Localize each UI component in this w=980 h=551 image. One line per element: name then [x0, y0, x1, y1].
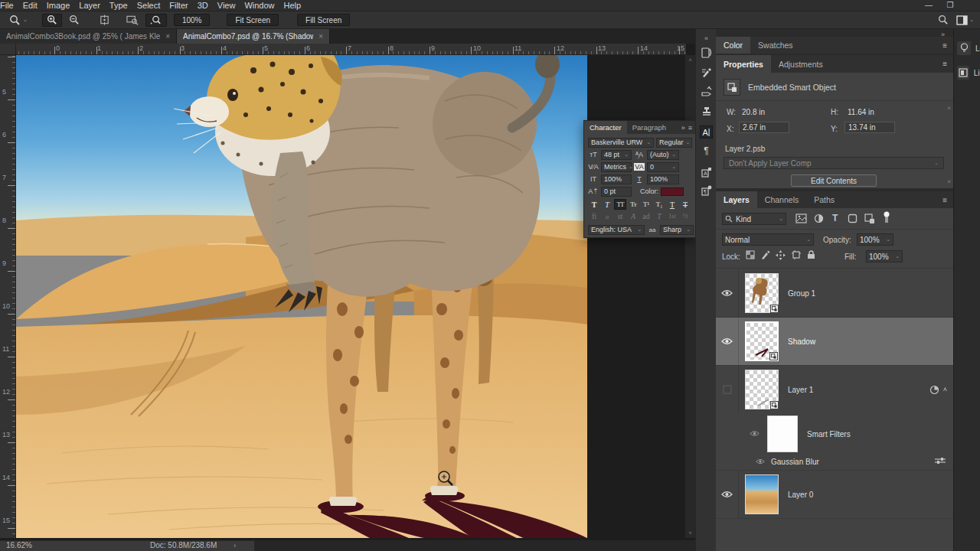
visibility-toggle[interactable] [716, 471, 739, 518]
menu-type[interactable]: Type [105, 1, 132, 10]
zoom-tool-icon[interactable]: ⌄ [5, 14, 32, 27]
menu-view[interactable]: View [213, 1, 240, 10]
underline-button[interactable]: T [666, 199, 678, 210]
tab-character[interactable]: Character [584, 121, 627, 134]
ot-titling-button[interactable]: T [653, 210, 665, 221]
expand-panels-icon[interactable]: « [700, 31, 713, 44]
scrubby-zoom-icon[interactable] [145, 14, 167, 27]
kerning-select[interactable]: Metrics⌄ [601, 162, 632, 172]
fit-screen-button[interactable]: Fit Screen [227, 14, 279, 26]
visibility-toggle[interactable] [716, 366, 739, 413]
layers-panel-menu-icon[interactable]: ≡ [942, 191, 953, 208]
brushes-panel-icon[interactable] [700, 66, 713, 79]
horizontal-ruler[interactable]: 1 0 1 2 3 4 5 6 7 8 9 10 11 12 13 14 15 [0, 44, 686, 55]
character-panel-icon[interactable]: A| [700, 126, 713, 139]
edit-contents-button[interactable]: Edit Contents [791, 174, 877, 187]
paragraph-panel-icon[interactable]: ¶ [700, 144, 713, 157]
strikethrough-button[interactable]: T [679, 199, 691, 210]
filter-adjustment-layers-icon[interactable] [814, 214, 824, 225]
ot-ordinals-button[interactable]: 1st [666, 210, 678, 221]
filter-type-layers-icon[interactable]: T [832, 213, 838, 223]
zoom-level-field[interactable]: 16.62% [6, 541, 32, 549]
layer-name[interactable]: Shadow [788, 337, 815, 346]
layer-row-layer0[interactable]: Layer 0 [716, 471, 953, 518]
tab-paths[interactable]: Paths [806, 191, 842, 208]
x-field[interactable]: 2.67 in [739, 122, 789, 133]
layer-comp-select[interactable]: Don't Apply Layer Comp ⌄ [724, 157, 944, 169]
tracking-select[interactable]: 0⌄ [647, 162, 679, 172]
fill-screen-button[interactable]: Fill Screen [297, 14, 350, 26]
text-color-swatch[interactable] [661, 187, 684, 196]
faux-italic-button[interactable]: T [601, 199, 613, 210]
all-caps-button[interactable]: TT [614, 199, 626, 210]
tab-swatches[interactable]: Swatches [750, 37, 801, 54]
scroll-down-icon[interactable]: ˅ [688, 530, 692, 536]
layer-name[interactable]: Layer 1 [788, 386, 813, 394]
blend-mode-select[interactable]: Normal⌄ [722, 233, 814, 246]
vertical-scale-field[interactable]: 100% [601, 174, 632, 184]
tab-properties[interactable]: Properties [716, 55, 771, 73]
close-tab-icon[interactable]: × [165, 32, 170, 41]
tab-color[interactable]: Color [716, 37, 750, 54]
learn-panel-button[interactable]: Learn [957, 40, 980, 57]
lock-artboard-icon[interactable] [789, 250, 802, 259]
scroll-up-icon[interactable]: ˄ [688, 57, 692, 64]
visibility-toggle[interactable] [716, 269, 739, 317]
leading-select[interactable]: (Auto)⌄ [647, 150, 679, 160]
gaussian-blur-row[interactable]: Gaussian Blur [716, 455, 953, 468]
ot-swash-button[interactable]: A [627, 210, 639, 221]
tool-presets-panel-icon[interactable] [700, 84, 713, 97]
zoom-100-button[interactable]: 100% [174, 14, 211, 26]
tab-adjustments[interactable]: Adjustments [771, 55, 831, 73]
tab-paragraph[interactable]: Paragraph [627, 121, 671, 134]
layer-thumbnail[interactable] [745, 321, 779, 361]
properties-scroll-down-icon[interactable]: ˅ [947, 178, 951, 185]
tab-channels[interactable]: Channels [757, 191, 806, 208]
ot-discretionary-button[interactable]: st [614, 210, 626, 221]
layer-row-group1[interactable]: Group 1 [716, 269, 953, 317]
filter-smart-objects-icon[interactable] [864, 214, 875, 225]
horizontal-scale-field[interactable]: 100% [647, 174, 679, 184]
anti-alias-select[interactable]: Sharp⌄ [660, 225, 694, 235]
visibility-toggle[interactable] [756, 458, 765, 466]
menu-image[interactable]: Image [42, 1, 75, 10]
zoom-in-button[interactable] [42, 14, 62, 27]
character-styles-panel-icon[interactable]: A [700, 165, 713, 178]
layer-thumbnail[interactable] [745, 474, 779, 514]
baseline-shift-field[interactable]: 0 pt [601, 187, 632, 197]
close-tab-icon[interactable]: × [318, 32, 323, 41]
layer-name[interactable]: Layer 0 [788, 491, 813, 499]
canvas[interactable] [16, 55, 587, 538]
layer-row-shadow[interactable]: Shadow [716, 318, 953, 365]
font-family-select[interactable]: Baskerville URW⌄ [588, 138, 654, 148]
clone-source-panel-icon[interactable] [700, 104, 713, 117]
menu-edit[interactable]: Edit [18, 1, 42, 10]
paragraph-styles-panel-icon[interactable]: ¶ [700, 184, 713, 197]
ot-contextual-button[interactable]: ℴ [601, 210, 613, 221]
lock-all-icon[interactable] [805, 250, 818, 259]
tab-layers[interactable]: Layers [716, 191, 757, 208]
document-tab-2[interactable]: AnimalCombo7.psd @ 16.7% (Shadow, RGB/8)… [177, 29, 330, 44]
fill-field[interactable]: 100%⌄ [866, 250, 903, 262]
filtering-toggle[interactable] [883, 211, 890, 225]
collapse-panel-icon[interactable]: » [681, 124, 685, 132]
ot-stylistic-alternates-button[interactable]: ad [640, 210, 652, 221]
menu-3d[interactable]: 3D [193, 1, 213, 10]
menu-file[interactable]: File [0, 1, 18, 10]
smart-filter-indicator-icon[interactable] [929, 385, 939, 395]
layer-row-layer1[interactable]: Layer 1 ˄ [716, 366, 953, 413]
filter-shape-layers-icon[interactable] [848, 214, 858, 225]
collapse-smart-filters-icon[interactable]: ˄ [943, 386, 947, 393]
font-style-select[interactable]: Regular⌄ [656, 138, 692, 148]
menu-select[interactable]: Select [132, 1, 165, 10]
menu-layer[interactable]: Layer [74, 1, 105, 10]
lock-pixels-icon[interactable] [759, 250, 772, 259]
lock-transparency-icon[interactable] [743, 250, 756, 259]
superscript-button[interactable]: T¹ [640, 199, 652, 210]
status-menu-arrow-icon[interactable]: › [234, 541, 236, 549]
layer-thumbnail[interactable] [745, 273, 779, 313]
menu-help[interactable]: Help [279, 1, 306, 10]
layer-thumbnail[interactable] [745, 370, 779, 409]
filter-mask-thumbnail[interactable] [767, 416, 798, 452]
opacity-field[interactable]: 100%⌄ [857, 233, 893, 246]
